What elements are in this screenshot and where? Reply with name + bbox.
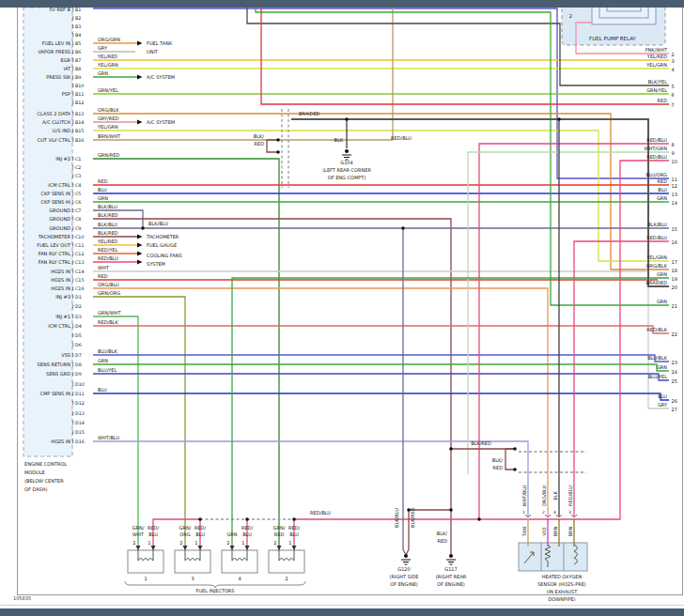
- injector-pin-number: 1: [194, 540, 197, 546]
- ecm-pin-bracket: ): [71, 39, 73, 46]
- ecm-pin-bracket: ): [71, 361, 73, 367]
- ecm-pin-B16: B16: [75, 138, 84, 143]
- ecm-function-label: ICM CTRL: [48, 323, 70, 329]
- ecm-pin-B2: B2: [75, 16, 81, 21]
- injector-pin-number: 2: [226, 540, 229, 546]
- ecm-pin-D13: D13: [75, 411, 85, 416]
- ecm-pin-bracket: ): [71, 65, 73, 71]
- wire-color-label: WHT: [98, 265, 110, 270]
- junction-dot: [513, 468, 517, 471]
- ecm-function-label: FAN RLY CTRL: [39, 251, 70, 256]
- ecm-pin-bracket: ): [71, 190, 73, 196]
- junction-dot: [141, 226, 145, 230]
- ecm-pin-B8: B8: [75, 67, 81, 71]
- exit-number: 19: [672, 276, 677, 282]
- exit-wire-label: RED/BLU: [646, 154, 667, 160]
- wire-color-label: RED/: [288, 525, 300, 531]
- injector-pin-number: 1: [148, 540, 150, 546]
- ecm-pin-D3: D3: [75, 315, 82, 319]
- wire-color-label: BRN: [567, 526, 573, 536]
- exit-wire-label: BLU: [658, 187, 667, 192]
- ecm-pin-B7: B7: [75, 58, 81, 63]
- ecm-pin-B10: B10: [75, 84, 84, 88]
- wire-blk-red: [505, 449, 515, 470]
- ecm-pin-bracket: ): [71, 428, 73, 435]
- ecm-pin-D8: D8: [75, 362, 82, 367]
- exit-number: 13: [672, 192, 677, 197]
- wire-color-label: BLK/: [492, 457, 503, 463]
- connector-arrow-icon: [183, 546, 188, 550]
- ecm-pin-D15: D15: [75, 430, 85, 435]
- wire-red-blu: [294, 161, 669, 519]
- ecm-pin-B15: B15: [75, 129, 84, 133]
- ecm-name: MODULE: [24, 470, 45, 475]
- ecm-name: OF DASH): [24, 486, 48, 492]
- wire-color-label: BLU: [98, 387, 107, 393]
- exit-wire-label: BLK/YEL: [648, 79, 667, 85]
- ecm-pin-bracket: ): [71, 409, 73, 416]
- ecm-pin-B13: B13: [75, 112, 84, 116]
- wire-color-label: RED/: [241, 525, 253, 531]
- exit-number: 4: [672, 67, 675, 72]
- junction-dot: [557, 117, 561, 121]
- ecm-function-label: HO2S IN: [51, 285, 70, 291]
- ecm-function-label: INJ #2: [55, 156, 70, 162]
- ecm-function-label: SENS GRD: [46, 371, 70, 377]
- wire-color-label: BLK/RED: [410, 507, 415, 528]
- exit-wire-label: PNK/WHT: [645, 47, 668, 53]
- wire-color-label: A/C SYSTEM: [147, 119, 175, 125]
- wire-blk-red: [267, 140, 278, 152]
- ground-location: OF ENGINE): [437, 581, 465, 587]
- wire-red-blu: [153, 519, 200, 550]
- exit-wire-label: YEL/GRN: [645, 254, 667, 260]
- ecm-pin-B14: B14: [75, 120, 84, 125]
- wire-color-label: BLK: [552, 491, 558, 500]
- exit-number: 21: [672, 303, 677, 309]
- ecm-pin-C13: C13: [75, 260, 84, 265]
- wire-blu-yel: [93, 374, 669, 380]
- wire-color-label: RED: [274, 531, 285, 537]
- wire-color-label: BLK/BLU: [148, 221, 168, 226]
- wire-color-label: BLK/BLU: [98, 222, 117, 227]
- wire-color-label: FUEL GAUGE: [147, 242, 177, 248]
- arrowhead-icon: [137, 119, 143, 124]
- ecm-pin-D4: D4: [75, 324, 82, 329]
- injector-pin-number: 2: [132, 540, 135, 546]
- ecm-function-label: HO2S IN: [51, 277, 70, 283]
- junction-dot: [292, 517, 296, 521]
- ground-location: (RIGHT REAR: [436, 574, 467, 579]
- ecm-pin-B4: B4: [75, 33, 81, 38]
- ecm-function-label: EGR: [60, 57, 70, 63]
- ho2s-pin-number: 1: [522, 510, 525, 515]
- wire-color-label: GRN/: [179, 525, 192, 531]
- wire-org-blk: [93, 114, 669, 270]
- ecm-pin-bracket: ): [71, 380, 73, 387]
- ecm-pin-D10: D10: [75, 382, 85, 387]
- wire-color-label: BLK/: [437, 531, 447, 536]
- ecm-pin-bracket: ): [71, 136, 73, 143]
- wire-color-label: FUEL TANK: [147, 40, 173, 46]
- ecm-pin-bracket: ): [71, 207, 73, 213]
- relay-pin-number: 2: [569, 13, 572, 19]
- ecm-function-label: INJ #1: [55, 314, 70, 319]
- injector-number: 4: [238, 576, 241, 581]
- ecm-pin-bracket: ): [71, 127, 73, 133]
- wire-color-label: RED/BLU: [391, 135, 412, 141]
- junction-dot: [449, 447, 453, 451]
- connector-arrow-icon: [198, 546, 203, 550]
- ecm-function-label: TACHOMETER: [38, 234, 71, 239]
- ecm-pin-bracket: ): [71, 268, 73, 274]
- ecm-pin-B3: B3: [75, 24, 81, 29]
- ecm-pin-bracket: ): [71, 258, 73, 265]
- ecm-pin-C10: C10: [75, 235, 84, 239]
- connector-arrow-icon: [230, 546, 235, 550]
- wire-color-label: GRN/WHT: [98, 310, 121, 316]
- ho2s-name: HEATED OXYGEN: [542, 574, 583, 579]
- ground-icon: [449, 554, 453, 558]
- wire-color-label: GRN/ORG: [98, 290, 120, 296]
- wire-color-label: RED/BLK: [98, 319, 118, 325]
- exit-number: 27: [672, 407, 677, 412]
- ecm-pin-bracket: ): [71, 48, 73, 54]
- injector-box: [128, 550, 163, 573]
- arrowhead-icon: [137, 234, 143, 239]
